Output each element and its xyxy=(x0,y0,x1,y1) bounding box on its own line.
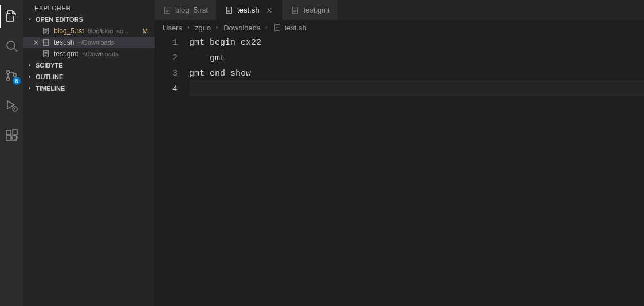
line-number: 3 xyxy=(155,66,178,81)
svg-line-1 xyxy=(14,48,17,52)
chevron-down-icon xyxy=(25,17,34,22)
file-icon xyxy=(163,6,172,14)
file-path: ~/Downloads xyxy=(77,39,114,46)
gutter: 1 2 3 4 xyxy=(155,35,189,306)
breadcrumb-item[interactable]: test.sh xyxy=(273,23,306,32)
close-icon[interactable] xyxy=(31,38,41,46)
file-name: test.gmt xyxy=(54,50,78,58)
svg-point-2 xyxy=(7,71,10,74)
tab-label: test.sh xyxy=(237,6,259,14)
tab-testgmt[interactable]: test.gmt xyxy=(282,0,338,20)
svg-rect-9 xyxy=(13,130,17,134)
tabs-bar: blog_5.rst test.sh test.gmt xyxy=(155,0,644,20)
section-timeline[interactable]: TIMELINE xyxy=(23,83,155,94)
sidebar-title: EXPLORER xyxy=(23,0,155,14)
breadcrumb-file: test.sh xyxy=(284,23,306,32)
file-name: test.sh xyxy=(54,38,74,46)
file-icon xyxy=(41,27,50,35)
chevron-right-icon xyxy=(25,62,34,68)
svg-rect-7 xyxy=(6,136,11,140)
activity-run-debug[interactable] xyxy=(0,94,23,117)
modified-indicator: M xyxy=(143,28,150,34)
breadcrumbs[interactable]: Users zguo Downloads test.sh xyxy=(155,20,644,35)
open-editor-item[interactable]: test.gmt ~/Downloads xyxy=(23,48,155,60)
activity-source-control[interactable]: 8 xyxy=(0,64,23,87)
sidebar: EXPLORER OPEN EDITORS blog_5.rst blog/bl… xyxy=(23,0,155,306)
file-path: ~/Downloads xyxy=(82,50,119,57)
file-icon xyxy=(225,6,234,14)
svg-point-4 xyxy=(14,74,17,77)
code-line: gmt end show xyxy=(189,66,644,81)
activity-bar: 8 xyxy=(0,0,23,306)
chevron-right-icon xyxy=(25,74,34,80)
section-outline[interactable]: OUTLINE xyxy=(23,71,155,83)
file-path: blog/blog_so... xyxy=(88,28,129,34)
activity-extensions[interactable] xyxy=(0,124,23,147)
file-name: blog_5.rst xyxy=(54,27,84,35)
line-number: 2 xyxy=(155,50,178,66)
line-number: 4 xyxy=(155,81,178,97)
breadcrumb-item[interactable]: zguo xyxy=(195,23,211,32)
file-icon xyxy=(41,38,50,46)
chevron-right-icon xyxy=(186,23,191,32)
close-icon[interactable] xyxy=(265,6,274,14)
svg-point-3 xyxy=(7,78,10,81)
tab-label: test.gmt xyxy=(303,6,329,14)
code-line: gmt begin ex22 xyxy=(189,35,644,50)
chevron-right-icon xyxy=(214,23,220,32)
svg-point-0 xyxy=(7,41,15,49)
editor-content[interactable]: 1 2 3 4 gmt begin ex22 gmt gmt end show xyxy=(155,35,644,306)
tab-testsh[interactable]: test.sh xyxy=(217,0,282,20)
file-icon xyxy=(273,23,282,32)
tab-label: blog_5.rst xyxy=(175,6,208,14)
code-line xyxy=(189,81,644,96)
open-editors-label: OPEN EDITORS xyxy=(36,16,83,23)
section-scibyte[interactable]: SCIBYTE xyxy=(23,60,155,71)
file-icon xyxy=(41,50,50,58)
editor-area: blog_5.rst test.sh test.gmt Users zguo D… xyxy=(155,0,644,306)
section-label: TIMELINE xyxy=(36,85,65,92)
code-area[interactable]: gmt begin ex22 gmt gmt end show xyxy=(189,35,644,306)
svg-rect-6 xyxy=(6,130,11,135)
tab-blog[interactable]: blog_5.rst xyxy=(155,0,217,20)
activity-explorer[interactable] xyxy=(0,5,23,28)
file-icon xyxy=(290,6,300,14)
open-editors-header[interactable]: OPEN EDITORS xyxy=(23,14,155,25)
open-editor-item[interactable]: blog_5.rst blog/blog_so... M xyxy=(23,25,155,37)
chevron-right-icon xyxy=(25,85,34,91)
breadcrumb-item[interactable]: Downloads xyxy=(223,23,260,32)
section-label: OUTLINE xyxy=(36,73,63,80)
source-control-badge: 8 xyxy=(13,77,21,85)
activity-search[interactable] xyxy=(0,34,23,57)
section-label: SCIBYTE xyxy=(36,62,63,69)
open-editor-item[interactable]: test.sh ~/Downloads xyxy=(23,37,155,48)
code-line: gmt xyxy=(189,50,644,66)
breadcrumb-item[interactable]: Users xyxy=(163,23,182,32)
chevron-right-icon xyxy=(264,23,269,32)
line-number: 1 xyxy=(155,35,178,50)
